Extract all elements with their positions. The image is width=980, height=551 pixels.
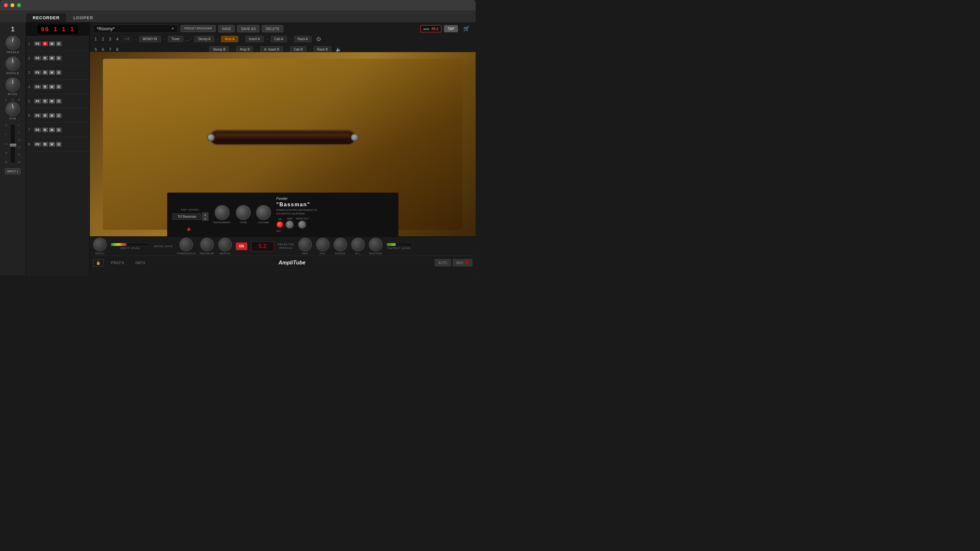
input-label-button[interactable]: INPUT 1	[5, 168, 21, 174]
track-7-solo[interactable]: S	[56, 128, 61, 132]
track-7-mute[interactable]: M	[49, 128, 55, 132]
output-level-label: OUTPUT LEVEL	[388, 247, 411, 250]
rack-a-node[interactable]: Rack A	[294, 36, 312, 42]
track-7-rec[interactable]: R	[43, 128, 48, 132]
stomp-b-node[interactable]: Stomp B	[209, 46, 229, 52]
di-knob[interactable]	[351, 238, 365, 251]
rack-b-node[interactable]: Rack B	[313, 46, 331, 52]
chain-arrow: →	[240, 37, 243, 41]
tab-recorder[interactable]: RECORDER	[26, 13, 66, 22]
track-6-rec[interactable]: R	[43, 113, 48, 118]
track-8-fx[interactable]: FX	[34, 142, 41, 146]
track-4-solo[interactable]: S	[56, 84, 61, 89]
track-3-solo[interactable]: S	[56, 70, 61, 75]
track-5-mute[interactable]: M	[49, 99, 55, 103]
amp-area: *Roomy* ▼ PRESET BROWSER SAVE SAVE AS DE…	[90, 22, 476, 275]
track-3-fx[interactable]: FX	[34, 70, 41, 75]
wornout-switch[interactable]	[298, 220, 306, 229]
minimize-button[interactable]	[10, 3, 14, 7]
fader-track[interactable]	[10, 124, 15, 163]
input-knob[interactable]	[93, 238, 107, 251]
track-5-rec[interactable]: R	[43, 99, 48, 103]
on-button[interactable]: ON	[236, 243, 247, 250]
tuner-node[interactable]: Tuner	[168, 36, 184, 42]
stomp-a-node[interactable]: Stomp A	[194, 36, 214, 42]
track-2-rec[interactable]: R	[43, 56, 48, 60]
save-as-button[interactable]: SAVE AS	[237, 25, 259, 32]
track-4-mute[interactable]: M	[49, 84, 55, 89]
pan-knob[interactable]	[6, 102, 20, 116]
preset-arrows[interactable]: ▼	[171, 27, 175, 30]
track-1-mute[interactable]: M	[49, 41, 55, 46]
phase-knob[interactable]	[334, 238, 347, 251]
midi-button[interactable]: MIDI	[453, 259, 473, 266]
release-knob[interactable]	[200, 238, 214, 251]
depth-knob[interactable]	[218, 238, 232, 251]
tab-looper[interactable]: LOOPER	[67, 13, 100, 22]
track-3-mute[interactable]: M	[49, 70, 55, 75]
input-label: INPUT	[95, 252, 105, 255]
track-6-fx[interactable]: FX	[34, 113, 41, 118]
phase-knob-group: PHASE	[334, 238, 347, 255]
track-4-rec[interactable]: R	[43, 84, 48, 89]
track-8-mute[interactable]: M	[49, 142, 55, 146]
amp-a-node[interactable]: Amp A	[221, 36, 238, 42]
track-2-solo[interactable]: S	[56, 56, 61, 60]
cab-b-node[interactable]: Cab B	[290, 46, 306, 52]
track-1-fx[interactable]: FX	[34, 41, 41, 46]
track-7-fx[interactable]: FX	[34, 128, 41, 132]
amp-model-down[interactable]: ▼	[202, 217, 208, 221]
track-1-solo[interactable]: S	[56, 41, 61, 46]
track-8-rec[interactable]: R	[43, 142, 48, 146]
track-4-fx[interactable]: FX	[34, 84, 41, 89]
mono-in-node[interactable]: MONO IN	[139, 36, 161, 42]
volume-knob[interactable]	[256, 205, 271, 220]
track-5-fx[interactable]: FX	[34, 99, 41, 103]
save-button[interactable]: SAVE	[218, 25, 235, 32]
threshold-knob[interactable]	[179, 238, 193, 251]
chain-num-3: 3	[108, 37, 113, 41]
speaker-icon[interactable]: 🔈	[336, 47, 341, 52]
track-5-solo[interactable]: S	[56, 99, 61, 103]
maximize-button[interactable]	[17, 3, 21, 7]
track-3-rec[interactable]: R	[43, 70, 48, 75]
close-button[interactable]	[4, 3, 8, 7]
track-8-solo[interactable]: S	[56, 142, 61, 146]
cab-a-node[interactable]: Cab A	[271, 36, 287, 42]
delete-button[interactable]: DELETE	[262, 25, 283, 32]
insert-a-node[interactable]: Insert A	[245, 36, 264, 42]
bottom-controls: INPUT INPUT LEVEL NOISE GATE	[90, 236, 476, 275]
middle-knob[interactable]	[6, 57, 20, 71]
track-2-fx[interactable]: FX	[34, 56, 41, 60]
track-2-mute[interactable]: M	[49, 56, 55, 60]
amp-model-up[interactable]: ▲	[202, 213, 208, 216]
track-1-rec[interactable]: R	[43, 41, 48, 46]
preset-display[interactable]: *Roomy* ▼	[93, 24, 178, 33]
vol-knob[interactable]	[316, 238, 329, 251]
tap-button[interactable]: TAP	[444, 25, 458, 32]
bass-knob[interactable]	[6, 77, 20, 92]
bottom-pan-knob[interactable]	[298, 238, 312, 251]
instrument-knob[interactable]	[214, 205, 229, 220]
fader-handle[interactable]	[10, 144, 16, 147]
cart-icon[interactable]: 🛒	[461, 24, 473, 33]
amp-cabinet: AMP MODEL '53 Bassman ▲ ▼	[90, 52, 476, 236]
preset-browser-button[interactable]: PRESET BROWSER	[181, 25, 216, 32]
track-6-solo[interactable]: S	[56, 113, 61, 118]
switch-off-labels: OFF	[276, 230, 281, 232]
new-switch[interactable]	[285, 220, 294, 229]
master-knob[interactable]	[369, 238, 382, 251]
amp-model-display[interactable]: '53 Bassman	[172, 213, 202, 220]
treble-knob[interactable]	[6, 36, 20, 50]
insert-b-node[interactable]: A. Insert B	[260, 46, 283, 52]
prefs-button[interactable]: PREFS	[107, 259, 128, 266]
auto-button[interactable]: AUTO	[435, 259, 451, 266]
lock-button[interactable]: 🔒	[93, 259, 103, 267]
track-6-mute[interactable]: M	[49, 113, 55, 118]
wornout-switch-label: WORN OUT	[296, 218, 309, 220]
tone-knob[interactable]	[236, 205, 251, 220]
power-icon[interactable]: ⏻	[316, 36, 321, 41]
amp-b-node[interactable]: Amp B	[236, 46, 253, 52]
info-button[interactable]: INFO	[132, 259, 149, 266]
on-switch[interactable]	[276, 221, 283, 228]
